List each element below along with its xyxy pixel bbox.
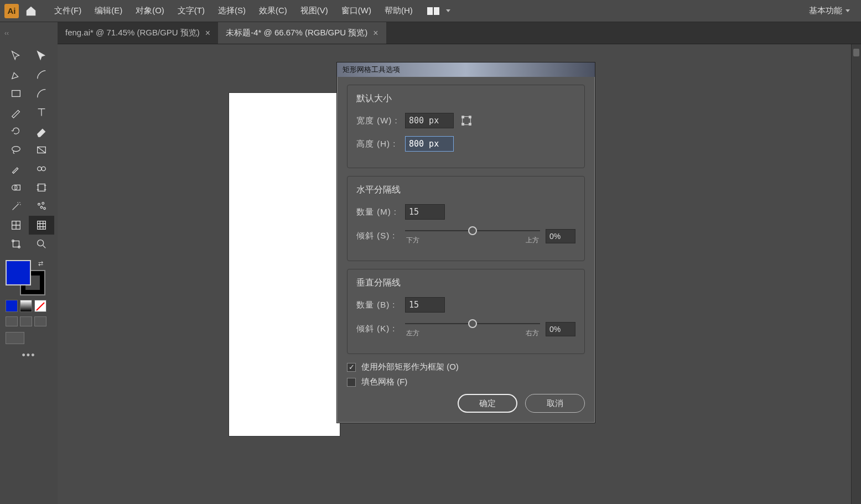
svg-point-10 xyxy=(40,206,43,209)
menu-object[interactable]: 对象(O) xyxy=(130,3,170,18)
lasso-tool-icon[interactable] xyxy=(3,141,29,159)
svg-rect-21 xyxy=(462,123,464,126)
slider-left-label: 左方 xyxy=(406,329,419,338)
fill-grid-checkbox[interactable]: 填色网格 (F) xyxy=(347,377,585,387)
vert-skew-field[interactable] xyxy=(546,322,575,336)
artboard[interactable] xyxy=(229,93,340,436)
menu-effect[interactable]: 效果(C) xyxy=(253,3,293,18)
menu-help[interactable]: 帮助(H) xyxy=(379,3,418,18)
horiz-count-field[interactable] xyxy=(405,204,445,220)
document-tab[interactable]: 未标题-4* @ 66.67% (RGB/GPU 预览) × xyxy=(218,22,386,44)
height-label: 高度 (H) : xyxy=(356,139,400,149)
vert-count-field[interactable] xyxy=(405,297,445,313)
vert-skew-slider[interactable] xyxy=(405,320,540,328)
horiz-skew-slider[interactable] xyxy=(405,227,540,235)
svg-rect-0 xyxy=(12,91,20,97)
horiz-skew-field[interactable] xyxy=(546,229,575,243)
gradient-tool-icon[interactable] xyxy=(29,141,54,159)
tab-label: 未标题-4* @ 66.67% (RGB/GPU 预览) xyxy=(226,28,367,38)
home-icon[interactable] xyxy=(23,3,39,19)
svg-rect-22 xyxy=(469,123,471,126)
arc-tool-icon[interactable] xyxy=(29,84,54,103)
arrange-documents-icon[interactable] xyxy=(427,6,440,16)
draw-mode-row xyxy=(0,314,58,329)
menubar: Ai 文件(F) 编辑(E) 对象(O) 文字(T) 选择(S) 效果(C) 视… xyxy=(0,0,861,22)
eraser-tool-icon[interactable] xyxy=(29,122,54,141)
magic-wand-tool-icon[interactable] xyxy=(3,197,29,216)
curvature-tool-icon[interactable] xyxy=(29,65,54,84)
symbol-sprayer-tool-icon[interactable] xyxy=(29,197,54,216)
edit-toolbar-icon[interactable]: ••• xyxy=(0,347,58,363)
paintbrush-tool-icon[interactable] xyxy=(3,103,29,122)
svg-point-9 xyxy=(42,202,44,205)
horizontal-dividers-group: 水平分隔线 数量 (M) : 倾斜 (S) : 下方 上方 xyxy=(347,176,585,261)
shape-builder-tool-icon[interactable] xyxy=(3,178,29,197)
menu-edit[interactable]: 编辑(E) xyxy=(89,3,128,18)
artboard-tool-icon[interactable] xyxy=(29,178,54,197)
menu-file[interactable]: 文件(F) xyxy=(49,3,87,18)
none-mode-icon[interactable] xyxy=(34,300,46,312)
use-outer-rect-checkbox[interactable]: 使用外部矩形作为框架 (O) xyxy=(347,362,585,372)
vertical-scrollbar[interactable] xyxy=(851,44,861,504)
checkbox-label: 使用外部矩形作为框架 (O) xyxy=(361,362,459,372)
dialog-title[interactable]: 矩形网格工具选项 xyxy=(337,63,595,77)
svg-point-8 xyxy=(38,204,40,206)
type-tool-icon[interactable] xyxy=(29,103,54,122)
menu-window[interactable]: 窗口(W) xyxy=(336,3,377,18)
width-label: 宽度 (W) : xyxy=(356,116,400,126)
fill-stroke-swatch[interactable]: ⇄ xyxy=(6,260,44,294)
menu-view[interactable]: 视图(V) xyxy=(295,3,334,18)
reference-point-icon[interactable] xyxy=(459,113,474,128)
menu-items: 文件(F) 编辑(E) 对象(O) 文字(T) 选择(S) 效果(C) 视图(V… xyxy=(49,3,418,18)
eyedropper-tool-icon[interactable] xyxy=(3,159,29,178)
gradient-mode-icon[interactable] xyxy=(20,300,32,312)
menu-select[interactable]: 选择(S) xyxy=(212,3,251,18)
collapse-handle[interactable]: ‹‹ xyxy=(0,22,58,44)
rectangular-grid-tool-icon[interactable] xyxy=(29,216,54,235)
pen-tool-icon[interactable] xyxy=(3,65,29,84)
svg-point-5 xyxy=(12,185,17,190)
svg-point-11 xyxy=(44,207,46,210)
cancel-button[interactable]: 取消 xyxy=(525,394,585,413)
document-tab[interactable]: feng.ai* @ 71.45% (RGB/GPU 预览) × xyxy=(58,22,218,44)
ok-button[interactable]: 确定 xyxy=(458,394,517,413)
svg-point-17 xyxy=(38,240,44,246)
draw-inside-icon[interactable] xyxy=(34,316,46,326)
rectangle-tool-icon[interactable] xyxy=(3,84,29,103)
height-field[interactable] xyxy=(405,136,454,152)
group-title: 默认大小 xyxy=(356,93,575,105)
close-icon[interactable]: × xyxy=(373,28,378,38)
screen-mode-icon[interactable] xyxy=(6,332,24,344)
fill-swatch[interactable] xyxy=(6,260,31,285)
menu-type[interactable]: 文字(T) xyxy=(172,3,210,18)
checkbox-icon[interactable] xyxy=(347,363,356,372)
workspace-switcher[interactable]: 基本功能 xyxy=(802,3,857,18)
zoom-tool-icon[interactable] xyxy=(29,235,54,253)
checkbox-icon[interactable] xyxy=(347,378,356,387)
vertical-dividers-group: 垂直分隔线 数量 (B) : 倾斜 (K) : 左方 右方 xyxy=(347,269,585,354)
chevron-down-icon[interactable] xyxy=(446,9,450,12)
svg-rect-13 xyxy=(38,221,46,230)
swap-fill-stroke-icon[interactable]: ⇄ xyxy=(38,260,43,267)
color-mode-icon[interactable] xyxy=(6,300,18,312)
selection-tool-icon[interactable] xyxy=(3,46,29,65)
svg-point-4 xyxy=(42,167,45,170)
direct-selection-tool-icon[interactable] xyxy=(29,46,54,65)
skew-label: 倾斜 (K) : xyxy=(356,324,400,334)
close-icon[interactable]: × xyxy=(205,28,210,38)
default-size-group: 默认大小 宽度 (W) : 高度 (H) : xyxy=(347,85,585,168)
free-transform-tool-icon[interactable] xyxy=(3,235,29,253)
blend-tool-icon[interactable] xyxy=(29,159,54,178)
draw-behind-icon[interactable] xyxy=(20,316,32,326)
slider-right-label: 右方 xyxy=(526,329,539,338)
mesh-tool-icon[interactable] xyxy=(3,216,29,235)
width-field[interactable] xyxy=(405,113,454,128)
rotate-tool-icon[interactable] xyxy=(3,122,29,141)
group-title: 垂直分隔线 xyxy=(356,277,575,289)
document-tabs: feng.ai* @ 71.45% (RGB/GPU 预览) × 未标题-4* … xyxy=(58,22,861,44)
svg-point-1 xyxy=(12,147,20,152)
draw-normal-icon[interactable] xyxy=(6,316,18,326)
slider-right-label: 上方 xyxy=(526,236,539,245)
svg-rect-7 xyxy=(38,184,45,191)
svg-point-3 xyxy=(38,167,42,170)
